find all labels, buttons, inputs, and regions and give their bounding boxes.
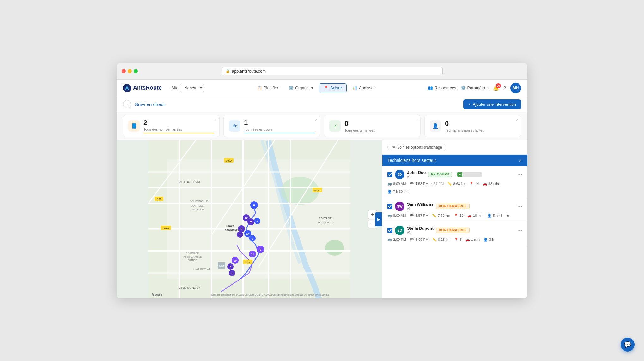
sector-check-icon: ✓ [519,158,522,163]
stat-icon-en-cours: ⟳ [229,120,240,132]
tech-duration: 18 min [489,182,499,186]
nav-planifier[interactable]: 📋 Planifier [252,84,283,92]
lock-icon: 🔒 [226,69,230,73]
page-title: Suivi en direct [135,102,459,107]
notification-badge: 26 [496,83,501,88]
tech-end-time-actual: 4:58 PM [415,182,428,186]
tech-stats-stella-dupont: 🚌 2:00 PM 🏁 5:00 PM 📏 0.28 km 📍 5 [387,238,522,242]
stat-terminees: ⤢ ✓ 0 Tournées terminées [324,115,421,137]
add-icon: + [468,102,471,107]
add-label: Ajouter une intervention [473,102,516,107]
back-button[interactable]: ‹ [123,100,131,108]
expand-icon[interactable]: ⤢ [214,118,217,121]
tech-distance-sam-williams: 📏 7.79 km [432,214,450,218]
stat-label-non-demarrees: Tournées non démarrées [143,127,214,131]
expand-icon-4[interactable]: ⤢ [516,118,518,121]
help-icon: ? [504,86,506,90]
resources-icon: 👥 [428,86,433,90]
svg-text:11: 11 [251,253,254,256]
user-avatar[interactable]: MH [510,83,521,93]
tech-checkbox-stella-dupont[interactable] [387,228,392,233]
duration-icon: 🚗 [483,182,487,186]
distance-icon-sw: 📏 [432,214,436,218]
svg-text:D30: D30 [157,198,161,201]
start-icon: 🚌 [387,182,392,186]
minimize-button[interactable] [128,69,132,73]
filter-bar: 👁 Voir les options d'affichage [382,140,527,155]
nav-organiser[interactable]: ⚙️ Organiser [284,84,318,92]
organiser-icon: ⚙️ [289,86,294,90]
chat-icon: 💬 [624,341,631,348]
progress-text-john-doe: 21:43 % [457,173,466,176]
svg-point-1 [126,88,128,89]
svg-text:5: 5 [240,228,242,231]
svg-text:FRANCE: FRANCE [188,259,197,261]
address-bar[interactable]: 🔒 app.antsroute.com [222,67,443,75]
more-options-stella-dupont[interactable]: ⋯ [517,227,522,233]
tech-distance-sd: 0.28 km [438,238,450,241]
tech-duration-stella-dupont: 🚗 1 min [465,238,480,242]
svg-text:D39: D39 [246,261,250,264]
tech-end-stella-dupont: 🏁 5:00 PM [410,238,428,242]
progress-bar-john-doe: 21:43 % [457,172,482,177]
help-btn[interactable]: ? [504,86,506,90]
svg-text:3: 3 [257,220,258,223]
nav-suivre[interactable]: 📍 Suivre [319,83,347,92]
map-area: D22A D22A D30 D400 D39 8 12 [117,140,382,298]
more-options-sam-williams[interactable]: ⋯ [517,203,522,209]
resources-label: Ressources [434,86,456,90]
stat-label-terminees: Tournées terminées [344,128,415,132]
resources-btn[interactable]: 👥 Ressources [428,86,456,90]
expand-icon-2[interactable]: ⤢ [315,118,317,121]
url-text: app.antsroute.com [232,69,266,74]
settings-label: Paramètres [467,86,489,90]
stat-label-en-cours: Tournées en cours [244,127,315,131]
planifier-icon: 📋 [257,86,262,90]
stat-info-terminees: 0 Tournées terminées [344,120,415,132]
close-button[interactable] [122,69,126,73]
tech-start-sam-williams: 🚌 8:00 AM [387,214,406,218]
tech-start-time: 8:00 AM [393,182,406,186]
expand-icon-3[interactable]: ⤢ [415,118,418,121]
notifications-btn[interactable]: 🔔 26 [493,85,499,91]
end-icon: 🏁 [410,182,414,186]
stat-num-non-sollicites: 0 [445,120,516,128]
tech-distance-sw: 7.79 km [438,214,450,217]
chat-button[interactable]: 💬 [621,338,635,352]
logo[interactable]: AntsRoute [123,84,162,92]
stat-non-demarrees: ⤢ 📘 2 Tournées non démarrées [123,115,220,137]
tech-start-john-doe: 🚌 8:00 AM [387,182,406,186]
titlebar: 🔒 app.antsroute.com [117,63,527,80]
svg-text:D22A: D22A [226,159,232,162]
site-select[interactable]: Nancy Paris Lyon [180,84,204,92]
tech-checkbox-john-doe[interactable] [387,172,392,177]
sidebar-toggle-button[interactable]: ▶ [375,212,382,226]
nav-analyser[interactable]: 📊 Analyser [348,84,380,92]
tech-stats-sam-williams: 🚌 8:00 AM 🏁 4:57 PM 📏 7.79 km 📍 12 [387,214,522,218]
start-icon-sd: 🚌 [387,238,392,242]
add-intervention-button[interactable]: + Ajouter une intervention [463,99,521,109]
tech-duration-sam-williams: 🚗 16 min [467,214,483,218]
maximize-button[interactable] [134,69,138,73]
tech-card-sam-williams: SW Sam Williams v2 NON DEMARREE ⋯ 🚌 8:00… [382,198,527,222]
svg-text:BOUDONVILLE: BOUDONVILLE [190,200,208,203]
end-icon-sd: 🏁 [410,238,414,242]
display-options-button[interactable]: 👁 Voir les options d'affichage [387,144,446,151]
tech-stops-sam-williams: 📍 12 [454,214,463,218]
tech-total-sw: 5 h 45 min [493,214,509,217]
svg-text:Villers-lès-Nancy: Villers-lès-Nancy [179,286,200,289]
svg-text:HAUSSONVILLE: HAUSSONVILLE [193,268,210,270]
tech-start-time-sd: 2:00 PM [393,238,406,241]
more-options-john-doe[interactable]: ⋯ [517,171,522,177]
tech-header-john-doe: JD John Doe v1 EN COURS 21:43 % ⋯ [387,170,522,179]
svg-text:- SCARPONE -: - SCARPONE - [190,205,205,207]
eye-icon: 👁 [392,145,395,150]
tech-total-time: 7 h 50 min [393,190,409,193]
tech-checkbox-sam-williams[interactable] [387,204,392,209]
status-badge-stella-dupont: NON DEMARREE [436,228,470,233]
tech-stats-john-doe: 🚌 8:00 AM 🏁 4:58 PM 4:57 PM 📏 8.63 km 📍 [387,182,522,194]
tech-stops-sw: 12 [459,214,463,217]
logo-icon [123,84,131,92]
tech-stops-stella-dupont: 📍 5 [454,238,462,242]
settings-btn[interactable]: ⚙️ Paramètres [461,86,489,90]
